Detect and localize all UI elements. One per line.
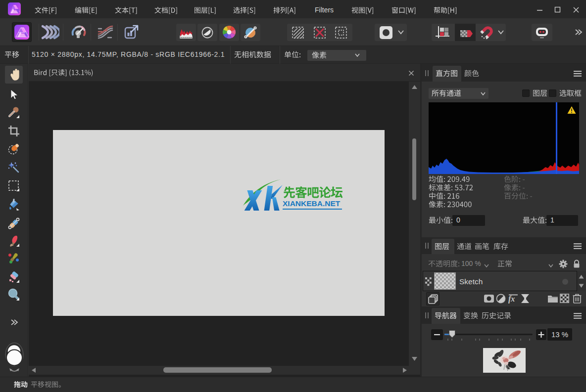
svg-text:fx: fx: [508, 295, 515, 304]
